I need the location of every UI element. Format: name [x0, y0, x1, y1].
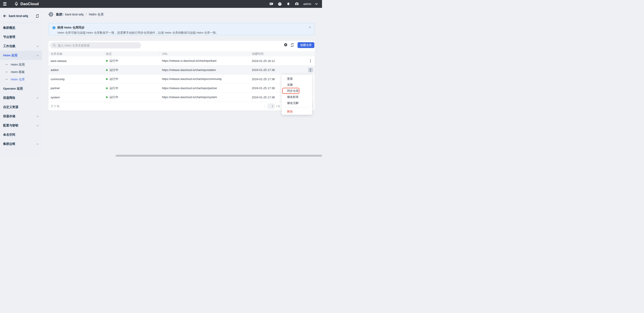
back-arrow-icon[interactable] — [3, 14, 7, 18]
menu-divider — [284, 107, 310, 107]
row-actions-button[interactable] — [308, 59, 313, 63]
breadcrumb-prefix: 集群: — [56, 12, 64, 17]
status-dot — [106, 69, 108, 71]
repo-name: kant-release — [51, 56, 67, 65]
repo-created: 2024-01-25 17:36 — [252, 75, 275, 84]
bell-icon[interactable] — [286, 2, 290, 6]
chevron-down-icon[interactable] — [314, 2, 318, 6]
chevron-down-icon — [36, 142, 39, 146]
sidebar-item-config-secrets[interactable]: 配置与密钥 — [0, 121, 42, 130]
gear-icon[interactable] — [284, 43, 288, 47]
repo-name: addon — [51, 66, 59, 75]
sidebar-subitem-helm-templates[interactable]: Helm 模板 — [0, 68, 42, 76]
chevron-down-icon — [36, 115, 39, 118]
page-number-input[interactable]: 1 — [268, 104, 275, 109]
close-icon[interactable]: × — [309, 25, 311, 29]
sidebar-item-helm-apps[interactable]: Helm 应用 — [0, 51, 42, 60]
table-row[interactable]: partner 运行中 https://release.daocloud.io/… — [48, 84, 315, 93]
topbar-right: ? admin — [269, 0, 318, 8]
sidebar-header: kant-test-wlq — [0, 13, 42, 19]
col-header-name: 仓库名称 — [51, 51, 62, 56]
column-divider — [160, 52, 160, 55]
sidebar-subitem-helm-apps[interactable]: Helm 应用 — [0, 61, 42, 68]
status-dot — [106, 78, 108, 80]
menu-item-delete[interactable]: 删除 — [282, 108, 312, 115]
status-dot — [106, 96, 108, 98]
dash-icon — [6, 72, 8, 72]
sidebar-item-operator-apps[interactable]: Operator 应用 — [0, 84, 42, 93]
col-header-url: URL — [162, 51, 168, 56]
menu-item-update[interactable]: 更新 — [282, 76, 312, 82]
page-total: / 1 — [276, 104, 280, 108]
user-avatar[interactable] — [295, 2, 299, 6]
sidebar-subitem-helm-repos[interactable]: Helm 仓库 — [0, 76, 42, 83]
breadcrumb-separator: / — [86, 13, 86, 16]
sidebar-item-cluster-ops[interactable]: 集群运维 — [0, 139, 42, 148]
repo-name: partner — [51, 84, 60, 93]
menu-item-sync-repo[interactable]: 同步仓库 — [282, 88, 312, 94]
sidebar-item-workloads[interactable]: 工作负载 — [0, 42, 42, 51]
sidebar-item-container-storage[interactable]: 容器存储 — [0, 112, 42, 121]
repo-url: https://release.daocloud.io/chartrepo/ad… — [162, 66, 216, 75]
total-count: 共 5 项 — [51, 104, 60, 108]
sidebar-item-custom-resources[interactable]: 自定义资源 — [0, 102, 42, 112]
table-row[interactable]: kant-release 运行中 https://release-ci.daoc… — [48, 56, 315, 66]
table-row[interactable]: community 运行中 https://release.daocloud.i… — [48, 75, 315, 84]
user-name[interactable]: admin — [304, 2, 311, 6]
create-repo-button[interactable]: 创建仓库 — [298, 42, 314, 48]
sidebar-nav: 集群概览 节点管理 工作负载 Helm 应用 Helm 应用 Helm 模板 H… — [0, 23, 42, 148]
sidebar-item-namespaces[interactable]: 命名空间 — [0, 130, 42, 139]
alert-title: 保持 Helm 仓库同步 — [57, 26, 84, 30]
alert-body: Helm 仓库可能与远端 Helm 仓库数据不一致，您需要手动执行同步仓库操作，… — [58, 31, 219, 35]
table-row[interactable]: system 运行中 https://release.daocloud.io/c… — [48, 93, 315, 102]
menu-item-clone[interactable]: 克隆 — [282, 82, 312, 88]
brand-name: DaoCloud — [20, 2, 39, 6]
breadcrumb-current: Helm 仓库 — [89, 12, 104, 17]
help-icon[interactable]: ? — [278, 2, 282, 6]
refresh-icon[interactable] — [290, 43, 294, 47]
sidebar-item-node-management[interactable]: 节点管理 — [0, 32, 42, 42]
topbar: DaoCloud ? admin — [0, 0, 322, 8]
col-header-created: 创建时间 — [252, 51, 264, 56]
repo-status: 运行中 — [106, 66, 118, 75]
page: DaoCloud ? admin kant — [0, 0, 322, 157]
table-header: 仓库名称 状态 URL 创建时间 — [48, 51, 315, 56]
repo-status: 运行中 — [106, 93, 118, 102]
row-actions-menu: 更新 克隆 同步仓库 修改标签 修改注解 删除 — [282, 75, 312, 115]
column-divider — [104, 52, 104, 55]
repo-status: 运行中 — [106, 56, 118, 65]
status-dot — [106, 87, 108, 89]
breadcrumb-cluster[interactable]: kant-test-wlq — [65, 13, 84, 16]
chevron-up-icon — [36, 54, 39, 57]
column-divider — [306, 52, 306, 55]
search-input[interactable] — [58, 44, 135, 47]
chat-icon[interactable] — [269, 2, 273, 6]
repo-url: https://release.daocloud.io/chartrepo/pa… — [162, 84, 217, 93]
repo-name: system — [51, 93, 60, 102]
dash-icon — [6, 64, 8, 65]
search-box — [50, 42, 141, 49]
sidebar-divider — [2, 23, 40, 23]
bottom-shadow — [116, 154, 322, 157]
row-actions-button-active[interactable] — [308, 68, 313, 72]
repo-created: 2024-01-25 18:12 — [252, 56, 275, 65]
repo-name: community — [51, 75, 65, 84]
menu-item-edit-annotations[interactable]: 修改注解 — [282, 100, 312, 106]
dash-icon — [6, 79, 8, 80]
col-header-status: 状态 — [106, 51, 112, 56]
hamburger-menu-icon[interactable] — [3, 2, 8, 6]
column-divider — [250, 52, 250, 55]
daocloud-logo-icon — [14, 2, 19, 7]
cluster-name: kant-test-wlq — [9, 14, 28, 18]
breadcrumb: 集群: kant-test-wlq / Helm 仓库 — [48, 12, 104, 17]
menu-item-edit-labels[interactable]: 修改标签 — [282, 94, 312, 100]
sidebar-item-container-network[interactable]: 容器网络 — [0, 93, 42, 102]
switch-cluster-icon[interactable] — [36, 14, 39, 18]
svg-text:?: ? — [279, 3, 280, 5]
sync-info-alert: 保持 Helm 仓库同步 Helm 仓库可能与远端 Helm 仓库数据不一致，您… — [48, 23, 314, 35]
sidebar-item-cluster-overview[interactable]: 集群概览 — [0, 23, 42, 32]
repo-url: https://release.daocloud.io/chartrepo/sy… — [162, 93, 217, 102]
table-body: kant-release 运行中 https://release-ci.daoc… — [48, 56, 315, 102]
table-row[interactable]: addon 运行中 https://release.daocloud.io/ch… — [48, 66, 315, 75]
pagination-prev-icon[interactable]: ‹ — [264, 104, 266, 108]
